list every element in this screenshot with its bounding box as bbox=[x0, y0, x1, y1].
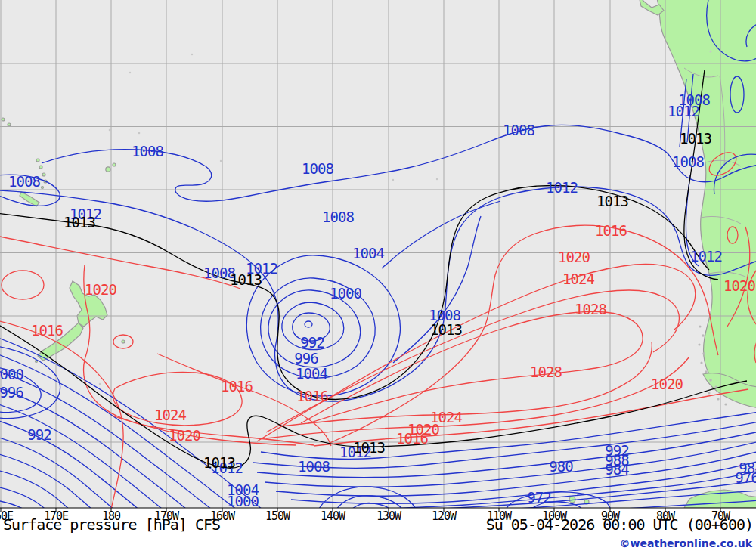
pressure-label: 1024 bbox=[562, 272, 594, 286]
pressure-label: 1024 bbox=[154, 408, 186, 422]
pressure-label: 1008 bbox=[672, 155, 704, 169]
weather-map-page: 1008100810081008100810121008101210121008… bbox=[0, 0, 756, 554]
pressure-label: 992 bbox=[27, 428, 51, 442]
pressure-label: 980 bbox=[549, 460, 572, 474]
pressure-label: 1020 bbox=[723, 279, 755, 293]
pressure-label: 1008 bbox=[8, 175, 40, 189]
pressure-label: 976 bbox=[735, 471, 756, 485]
copyright-text: ©weatheronline.co.uk bbox=[620, 537, 752, 549]
pressure-label: 1016 bbox=[595, 224, 627, 238]
pressure-label: 1028 bbox=[530, 365, 562, 379]
pressure-label: 1016 bbox=[296, 389, 328, 404]
pressure-label: 1016 bbox=[31, 323, 63, 338]
pressure-label: 1004 bbox=[296, 367, 327, 381]
pressure-label: 984 bbox=[605, 463, 628, 477]
pressure-label: 1028 bbox=[575, 302, 606, 317]
pressure-label: 1013 bbox=[64, 215, 95, 230]
pressure-label: 1012 bbox=[546, 181, 578, 195]
pressure-label: 1020 bbox=[85, 283, 116, 297]
pressure-label: 996 bbox=[0, 385, 23, 400]
pressure-label: 1000 bbox=[330, 286, 361, 301]
pressure-label: 1013 bbox=[680, 132, 711, 146]
pressure-label: 1000 bbox=[0, 367, 23, 382]
pressure-label: 1012 bbox=[668, 104, 699, 119]
pressure-label: 1020 bbox=[651, 377, 683, 392]
pressure-label: 1008 bbox=[298, 460, 330, 474]
pressure-label: 1013 bbox=[353, 441, 385, 455]
pressure-label: 1004 bbox=[352, 246, 384, 261]
pressure-label: 1016 bbox=[221, 379, 253, 394]
pressure-label: 1013 bbox=[230, 273, 262, 287]
pressure-label: 1024 bbox=[430, 410, 462, 425]
pressure-label: 1000 bbox=[227, 494, 259, 509]
axis-tick-label: 140W bbox=[321, 509, 345, 523]
pressure-label: 1008 bbox=[132, 144, 163, 159]
pressure-label: 1008 bbox=[322, 210, 354, 224]
pressure-label: 1013 bbox=[203, 456, 235, 470]
axis-tick-label: 120W bbox=[432, 509, 456, 523]
pressure-label: 1020 bbox=[558, 250, 590, 265]
pressure-contour-map bbox=[0, 0, 756, 554]
axis-tick-label: 150W bbox=[265, 509, 290, 523]
pressure-label: 1020 bbox=[169, 429, 200, 443]
map-title: Surface pressure [hPa] CFS bbox=[3, 515, 220, 534]
pressure-label: 1008 bbox=[503, 123, 534, 138]
pressure-label: 1013 bbox=[430, 323, 462, 337]
pressure-label: 996 bbox=[294, 351, 318, 366]
pressure-label: 1012 bbox=[690, 249, 722, 264]
axis-tick-label: 130W bbox=[376, 509, 401, 523]
pressure-label: 992 bbox=[300, 336, 324, 350]
pressure-label: 1008 bbox=[302, 162, 333, 176]
map-timestamp: Su 05-04-2026 00:00 UTC (00+600) bbox=[486, 515, 753, 534]
pressure-label: 972 bbox=[527, 491, 550, 505]
pressure-label: 1013 bbox=[596, 194, 628, 209]
